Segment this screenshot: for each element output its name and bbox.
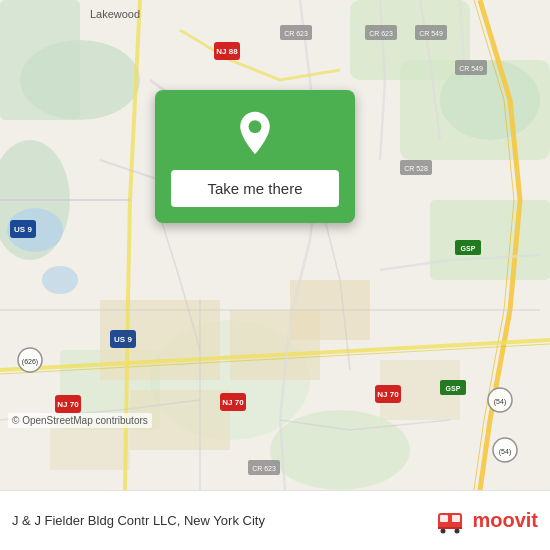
svg-text:GSP: GSP bbox=[446, 385, 461, 392]
svg-rect-58 bbox=[440, 515, 448, 522]
svg-rect-6 bbox=[430, 200, 550, 280]
svg-point-61 bbox=[455, 528, 460, 533]
card-overlay: Take me there bbox=[155, 90, 355, 223]
svg-text:CR 528: CR 528 bbox=[404, 165, 428, 172]
svg-point-18 bbox=[42, 266, 78, 294]
map-container: US 9 US 9 NJ 88 NJ 70 NJ 70 NJ 70 CR 526… bbox=[0, 0, 550, 490]
moovit-logo: moovit bbox=[434, 505, 538, 537]
svg-text:CR 549: CR 549 bbox=[459, 65, 483, 72]
svg-text:(54): (54) bbox=[494, 398, 506, 406]
location-text: J & J Fielder Bldg Contr LLC, New York C… bbox=[12, 513, 434, 528]
location-pin-icon bbox=[231, 110, 279, 158]
moovit-brand-text: moovit bbox=[472, 509, 538, 532]
svg-text:NJ 70: NJ 70 bbox=[57, 400, 79, 409]
svg-text:US 9: US 9 bbox=[14, 225, 32, 234]
take-me-there-button[interactable]: Take me there bbox=[171, 170, 339, 207]
svg-text:NJ 70: NJ 70 bbox=[377, 390, 399, 399]
svg-point-56 bbox=[249, 120, 262, 133]
svg-text:(626): (626) bbox=[22, 358, 38, 366]
svg-point-60 bbox=[441, 528, 446, 533]
svg-text:GSP: GSP bbox=[461, 245, 476, 252]
bottom-bar: J & J Fielder Bldg Contr LLC, New York C… bbox=[0, 490, 550, 550]
svg-text:CR 549: CR 549 bbox=[419, 30, 443, 37]
moovit-logo-icon bbox=[434, 505, 466, 537]
svg-rect-62 bbox=[438, 527, 462, 529]
svg-text:US 9: US 9 bbox=[114, 335, 132, 344]
svg-text:Lakewood: Lakewood bbox=[90, 8, 140, 20]
svg-text:CR 623: CR 623 bbox=[284, 30, 308, 37]
svg-rect-8 bbox=[0, 0, 80, 120]
svg-text:CR 623: CR 623 bbox=[369, 30, 393, 37]
svg-text:NJ 88: NJ 88 bbox=[216, 47, 238, 56]
svg-text:NJ 70: NJ 70 bbox=[222, 398, 244, 407]
svg-text:CR 623: CR 623 bbox=[252, 465, 276, 472]
osm-attribution: © OpenStreetMap contributors bbox=[8, 413, 152, 428]
osm-text: © OpenStreetMap contributors bbox=[12, 415, 148, 426]
svg-rect-59 bbox=[452, 515, 460, 522]
svg-text:(54): (54) bbox=[499, 448, 511, 456]
